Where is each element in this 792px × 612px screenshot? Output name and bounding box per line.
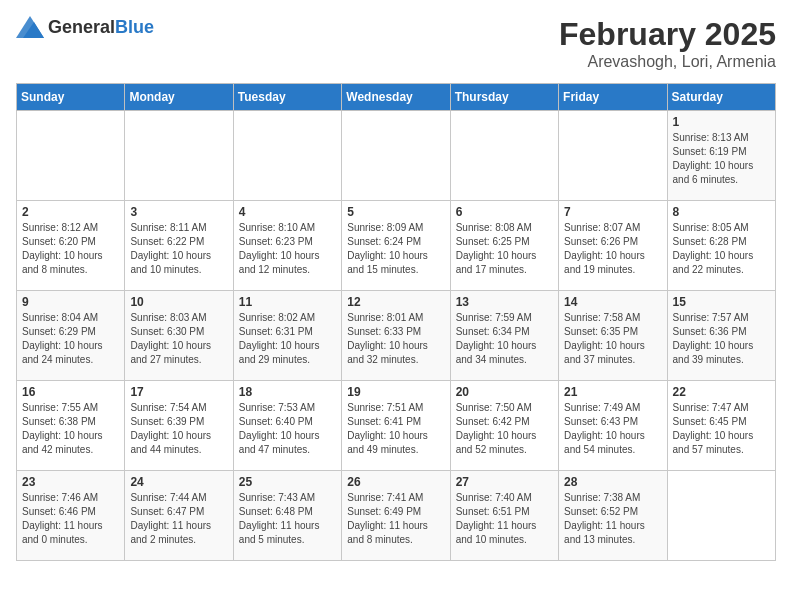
day-number: 3 [130, 205, 227, 219]
day-number: 15 [673, 295, 770, 309]
table-row: 13Sunrise: 7:59 AMSunset: 6:34 PMDayligh… [450, 291, 558, 381]
table-row: 24Sunrise: 7:44 AMSunset: 6:47 PMDayligh… [125, 471, 233, 561]
header-thursday: Thursday [450, 84, 558, 111]
day-info: Sunrise: 8:02 AMSunset: 6:31 PMDaylight:… [239, 312, 320, 365]
table-row: 27Sunrise: 7:40 AMSunset: 6:51 PMDayligh… [450, 471, 558, 561]
table-row [559, 111, 667, 201]
table-row: 5Sunrise: 8:09 AMSunset: 6:24 PMDaylight… [342, 201, 450, 291]
calendar-week-row: 2Sunrise: 8:12 AMSunset: 6:20 PMDaylight… [17, 201, 776, 291]
day-number: 12 [347, 295, 444, 309]
table-row: 15Sunrise: 7:57 AMSunset: 6:36 PMDayligh… [667, 291, 775, 381]
table-row: 28Sunrise: 7:38 AMSunset: 6:52 PMDayligh… [559, 471, 667, 561]
table-row: 12Sunrise: 8:01 AMSunset: 6:33 PMDayligh… [342, 291, 450, 381]
day-number: 4 [239, 205, 336, 219]
header-sunday: Sunday [17, 84, 125, 111]
day-info: Sunrise: 7:40 AMSunset: 6:51 PMDaylight:… [456, 492, 537, 545]
table-row: 11Sunrise: 8:02 AMSunset: 6:31 PMDayligh… [233, 291, 341, 381]
day-number: 26 [347, 475, 444, 489]
table-row: 10Sunrise: 8:03 AMSunset: 6:30 PMDayligh… [125, 291, 233, 381]
day-info: Sunrise: 7:49 AMSunset: 6:43 PMDaylight:… [564, 402, 645, 455]
table-row [233, 111, 341, 201]
table-row: 1Sunrise: 8:13 AMSunset: 6:19 PMDaylight… [667, 111, 775, 201]
day-number: 28 [564, 475, 661, 489]
day-info: Sunrise: 7:57 AMSunset: 6:36 PMDaylight:… [673, 312, 754, 365]
day-info: Sunrise: 8:04 AMSunset: 6:29 PMDaylight:… [22, 312, 103, 365]
day-number: 8 [673, 205, 770, 219]
calendar-week-row: 9Sunrise: 8:04 AMSunset: 6:29 PMDaylight… [17, 291, 776, 381]
day-number: 21 [564, 385, 661, 399]
table-row: 20Sunrise: 7:50 AMSunset: 6:42 PMDayligh… [450, 381, 558, 471]
table-row: 4Sunrise: 8:10 AMSunset: 6:23 PMDaylight… [233, 201, 341, 291]
day-info: Sunrise: 8:01 AMSunset: 6:33 PMDaylight:… [347, 312, 428, 365]
day-info: Sunrise: 7:59 AMSunset: 6:34 PMDaylight:… [456, 312, 537, 365]
table-row: 6Sunrise: 8:08 AMSunset: 6:25 PMDaylight… [450, 201, 558, 291]
calendar-week-row: 1Sunrise: 8:13 AMSunset: 6:19 PMDaylight… [17, 111, 776, 201]
day-info: Sunrise: 7:58 AMSunset: 6:35 PMDaylight:… [564, 312, 645, 365]
table-row: 26Sunrise: 7:41 AMSunset: 6:49 PMDayligh… [342, 471, 450, 561]
logo: GeneralBlue [16, 16, 154, 38]
day-number: 18 [239, 385, 336, 399]
day-number: 25 [239, 475, 336, 489]
table-row [667, 471, 775, 561]
table-row: 17Sunrise: 7:54 AMSunset: 6:39 PMDayligh… [125, 381, 233, 471]
table-row: 18Sunrise: 7:53 AMSunset: 6:40 PMDayligh… [233, 381, 341, 471]
day-info: Sunrise: 7:43 AMSunset: 6:48 PMDaylight:… [239, 492, 320, 545]
title-block: February 2025 Arevashogh, Lori, Armenia [559, 16, 776, 71]
table-row: 22Sunrise: 7:47 AMSunset: 6:45 PMDayligh… [667, 381, 775, 471]
day-info: Sunrise: 7:54 AMSunset: 6:39 PMDaylight:… [130, 402, 211, 455]
calendar-week-row: 23Sunrise: 7:46 AMSunset: 6:46 PMDayligh… [17, 471, 776, 561]
table-row: 8Sunrise: 8:05 AMSunset: 6:28 PMDaylight… [667, 201, 775, 291]
day-info: Sunrise: 7:38 AMSunset: 6:52 PMDaylight:… [564, 492, 645, 545]
calendar-table: Sunday Monday Tuesday Wednesday Thursday… [16, 83, 776, 561]
day-number: 27 [456, 475, 553, 489]
table-row [342, 111, 450, 201]
day-info: Sunrise: 8:12 AMSunset: 6:20 PMDaylight:… [22, 222, 103, 275]
day-number: 23 [22, 475, 119, 489]
day-info: Sunrise: 8:08 AMSunset: 6:25 PMDaylight:… [456, 222, 537, 275]
header-tuesday: Tuesday [233, 84, 341, 111]
day-info: Sunrise: 8:10 AMSunset: 6:23 PMDaylight:… [239, 222, 320, 275]
header-monday: Monday [125, 84, 233, 111]
day-info: Sunrise: 7:41 AMSunset: 6:49 PMDaylight:… [347, 492, 428, 545]
logo-general: General [48, 17, 115, 37]
logo-icon [16, 16, 44, 38]
day-info: Sunrise: 7:50 AMSunset: 6:42 PMDaylight:… [456, 402, 537, 455]
weekday-header-row: Sunday Monday Tuesday Wednesday Thursday… [17, 84, 776, 111]
calendar-week-row: 16Sunrise: 7:55 AMSunset: 6:38 PMDayligh… [17, 381, 776, 471]
day-number: 7 [564, 205, 661, 219]
day-info: Sunrise: 8:11 AMSunset: 6:22 PMDaylight:… [130, 222, 211, 275]
day-number: 5 [347, 205, 444, 219]
day-info: Sunrise: 8:09 AMSunset: 6:24 PMDaylight:… [347, 222, 428, 275]
day-number: 14 [564, 295, 661, 309]
day-number: 11 [239, 295, 336, 309]
header-saturday: Saturday [667, 84, 775, 111]
table-row: 23Sunrise: 7:46 AMSunset: 6:46 PMDayligh… [17, 471, 125, 561]
day-number: 13 [456, 295, 553, 309]
table-row: 25Sunrise: 7:43 AMSunset: 6:48 PMDayligh… [233, 471, 341, 561]
day-number: 16 [22, 385, 119, 399]
table-row: 2Sunrise: 8:12 AMSunset: 6:20 PMDaylight… [17, 201, 125, 291]
day-number: 6 [456, 205, 553, 219]
day-number: 2 [22, 205, 119, 219]
table-row [450, 111, 558, 201]
day-info: Sunrise: 8:13 AMSunset: 6:19 PMDaylight:… [673, 132, 754, 185]
day-info: Sunrise: 8:05 AMSunset: 6:28 PMDaylight:… [673, 222, 754, 275]
table-row: 3Sunrise: 8:11 AMSunset: 6:22 PMDaylight… [125, 201, 233, 291]
day-info: Sunrise: 8:07 AMSunset: 6:26 PMDaylight:… [564, 222, 645, 275]
day-number: 17 [130, 385, 227, 399]
calendar-title: February 2025 [559, 16, 776, 53]
table-row: 7Sunrise: 8:07 AMSunset: 6:26 PMDaylight… [559, 201, 667, 291]
table-row: 14Sunrise: 7:58 AMSunset: 6:35 PMDayligh… [559, 291, 667, 381]
header-wednesday: Wednesday [342, 84, 450, 111]
logo-blue: Blue [115, 17, 154, 37]
day-number: 20 [456, 385, 553, 399]
calendar-subtitle: Arevashogh, Lori, Armenia [559, 53, 776, 71]
table-row: 19Sunrise: 7:51 AMSunset: 6:41 PMDayligh… [342, 381, 450, 471]
day-number: 19 [347, 385, 444, 399]
table-row: 16Sunrise: 7:55 AMSunset: 6:38 PMDayligh… [17, 381, 125, 471]
day-info: Sunrise: 7:47 AMSunset: 6:45 PMDaylight:… [673, 402, 754, 455]
day-number: 1 [673, 115, 770, 129]
day-number: 22 [673, 385, 770, 399]
day-info: Sunrise: 7:44 AMSunset: 6:47 PMDaylight:… [130, 492, 211, 545]
table-row: 21Sunrise: 7:49 AMSunset: 6:43 PMDayligh… [559, 381, 667, 471]
